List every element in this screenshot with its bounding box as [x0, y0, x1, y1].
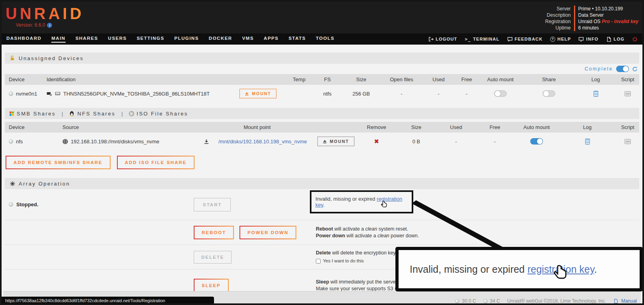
complete-label: Complete [585, 66, 613, 72]
nav-tools-right: LOGOUT >_ TERMINAL FEEDBACK ? HELP INF [428, 36, 638, 42]
manual-doc-icon [613, 298, 619, 304]
description-value: Data Server [574, 12, 638, 18]
nav-docker[interactable]: DOCKER [209, 36, 232, 43]
help-button[interactable]: ? HELP [550, 37, 571, 42]
remove-button[interactable]: ✖ [358, 138, 395, 145]
size-cell: 256 GB [341, 91, 381, 97]
section-file-shares: SMB Shares | NFS Shares | ISO File Share… [5, 108, 639, 119]
terminal-icon: >_ [465, 37, 471, 42]
tab-iso-file-shares[interactable]: ISO File Shares [129, 111, 188, 117]
download-cell [198, 139, 214, 144]
identification-cell: THNSN5256GPUK_NVMe_TOSHIBA_256GB_86LS10M… [43, 91, 231, 97]
temp-ball-icon [483, 299, 488, 303]
nav-users[interactable]: USERS [108, 36, 127, 43]
device-status-ball [9, 92, 13, 96]
device-identification[interactable]: THNSN5256GPUK_NVMe_TOSHIBA_256GB_86LS10M… [63, 91, 210, 97]
download-icon[interactable] [204, 139, 209, 144]
manual-link-wrap: Manual [613, 298, 637, 304]
script-cell: </> [616, 139, 639, 144]
manual-link[interactable]: Manual [621, 298, 637, 304]
nav-settings[interactable]: SETTINGS [137, 36, 165, 43]
log-button[interactable]: LOG [606, 36, 625, 42]
nav-tools[interactable]: TOOLS [316, 36, 335, 43]
add-share-buttons: ADD REMOTE SMB/NFS SHARE ADD ISO FILE SH… [5, 156, 639, 169]
add-remote-smb-nfs-share-button[interactable]: ADD REMOTE SMB/NFS SHARE [6, 156, 111, 169]
nav-tabs: DASHBOARD MAIN SHARES USERS SETTINGS PLU… [6, 36, 335, 43]
used-cell: - [437, 139, 475, 145]
eject-icon [323, 139, 327, 144]
auto-mount-toggle[interactable] [530, 138, 543, 145]
nav-main[interactable]: MAIN [51, 36, 65, 43]
tux-icon [69, 111, 74, 116]
log-icon[interactable] [593, 91, 598, 97]
power-down-button[interactable]: POWER DOWN [239, 226, 296, 239]
auto-mount-toggle[interactable] [494, 90, 507, 97]
log-icon[interactable] [585, 139, 590, 145]
hand-cursor-small [381, 201, 387, 210]
mount-button[interactable]: MOUNT [317, 137, 354, 146]
version-text: Version: 6.6.0 [16, 22, 45, 28]
server-info: Server Prime • 10.10.20.199 Description … [545, 6, 638, 31]
nav-stats[interactable]: STATS [288, 36, 306, 43]
registration-value: Unraid OS Pro - invalid key [574, 18, 638, 25]
brand: UNRAID Version: 6.6.0 i [6, 6, 84, 28]
sleep-button[interactable]: SLEEP [194, 279, 229, 292]
reboot-button[interactable]: REBOOT [194, 226, 234, 239]
add-iso-file-share-button[interactable]: ADD ISO FILE SHARE [117, 156, 195, 169]
mount-point-link[interactable]: /mnt/disks/192.168.10.198_vms_nvme [218, 139, 307, 145]
registration-label: Registration [545, 18, 574, 25]
mount-button[interactable]: MOUNT [239, 89, 276, 98]
feedback-button[interactable]: FEEDBACK [507, 36, 543, 42]
delete-confirm-label: Yes I want to do this [323, 258, 364, 264]
script-icon[interactable]: </> [625, 139, 631, 144]
uptime-label: Uptime [545, 25, 574, 31]
fs-cell: ntfs [313, 91, 341, 97]
device-status-ball [9, 139, 13, 144]
power-icon[interactable] [632, 36, 638, 42]
device-cell: nvme0n1 [5, 91, 43, 97]
section-title: Array Operation [19, 181, 70, 187]
terminal-button[interactable]: >_ TERMINAL [465, 37, 500, 42]
unraid-main-page: UNRAID Version: 6.6.0 i Server Prime • 1… [0, 0, 644, 305]
info-button[interactable]: INFO [578, 36, 598, 42]
complete-toggle[interactable] [616, 66, 629, 72]
nav-shares[interactable]: SHARES [76, 36, 98, 43]
logout-button[interactable]: LOGOUT [428, 36, 457, 42]
auto-mount-cell [478, 90, 523, 97]
log-cell [558, 139, 616, 145]
version-info-icon[interactable]: i [47, 23, 52, 28]
header: UNRAID Version: 6.6.0 i Server Prime • 1… [2, 2, 642, 33]
nav-apps[interactable]: APPS [264, 36, 278, 43]
temp-ball-icon [455, 299, 459, 303]
device-cell: nfs [5, 139, 58, 145]
log-cell [575, 91, 616, 97]
nfs-share-row: nfs 192.168.10.198://mnt/disks/vms_nvme … [5, 133, 639, 150]
nav-vms[interactable]: VMS [242, 36, 254, 43]
uptime-value: 6 minutes [574, 25, 638, 31]
unraid-logo[interactable]: UNRAID [6, 6, 84, 22]
eject-icon [245, 92, 249, 96]
share-toggle[interactable] [543, 90, 555, 97]
size-cell: 0 B [395, 139, 437, 145]
tab-smb-shares[interactable]: SMB Shares [10, 111, 56, 117]
script-icon[interactable]: </> [625, 91, 631, 96]
nav-plugins[interactable]: PLUGINS [174, 36, 199, 43]
disc-icon [129, 111, 134, 116]
delete-confirm-checkbox[interactable] [316, 259, 321, 264]
start-button[interactable]: START [194, 198, 231, 211]
server-value: Prime • 10.10.20.199 [574, 6, 638, 12]
logout-icon [428, 36, 434, 42]
nav-dashboard[interactable]: DASHBOARD [6, 36, 41, 43]
delete-button[interactable]: DELETE [194, 251, 232, 264]
browser-status-bar: https://f75638aa12fb340c8dcdd63d6f1ffd73… [2, 297, 214, 305]
tab-nfs-shares[interactable]: NFS Shares [69, 111, 115, 117]
temp-reading-1: 30.0 C [455, 298, 476, 304]
used-cell: - [422, 91, 455, 97]
refresh-icon[interactable] [632, 66, 638, 72]
section-unassigned-devices: Unassigned Devices [5, 53, 639, 64]
drive-add-icon[interactable] [47, 91, 52, 96]
log-doc-icon [606, 36, 612, 42]
share-cell [523, 90, 575, 97]
script-cell: </> [616, 91, 639, 96]
help-icon: ? [550, 37, 555, 42]
